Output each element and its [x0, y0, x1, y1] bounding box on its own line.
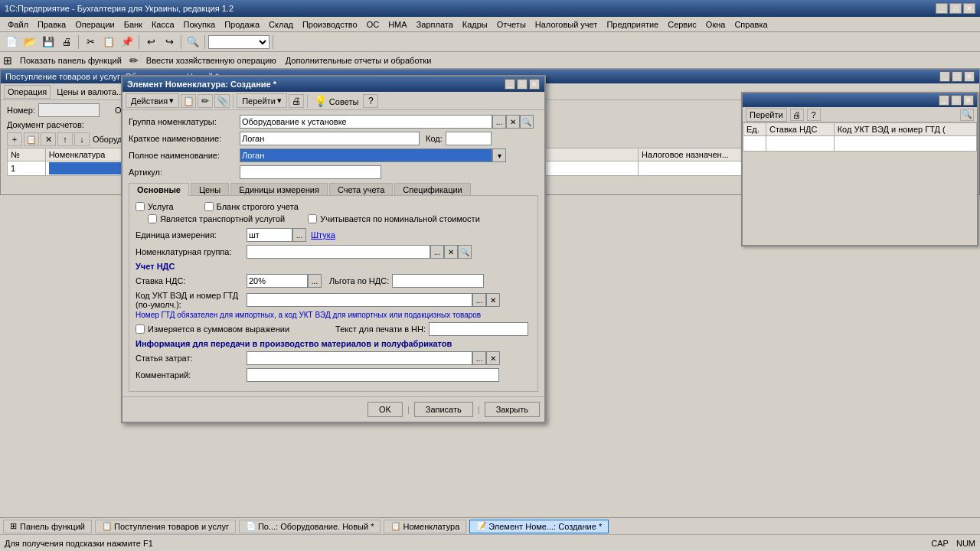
menu-help[interactable]: Справка	[730, 18, 772, 31]
dialog-maximize[interactable]: □	[517, 79, 528, 90]
full-name-dropdown[interactable]: ▾	[492, 148, 506, 162]
oborud-taskbar-btn[interactable]: 📄 По...: Оборудование. Новый *	[239, 520, 381, 533]
vat-benefit-input[interactable]	[392, 274, 484, 288]
tab-basic[interactable]: Основные	[129, 183, 189, 196]
new-btn[interactable]: 📄	[3, 34, 20, 50]
maximize-btn[interactable]: □	[949, 3, 962, 14]
dialog-copy-icon[interactable]: 📋	[181, 94, 196, 108]
bg-del-row[interactable]: ✕	[41, 132, 56, 146]
short-name-input[interactable]	[240, 132, 420, 145]
blank-checkbox[interactable]	[204, 202, 214, 211]
bg-copy-row[interactable]: 📋	[24, 132, 39, 146]
menu-nma[interactable]: НМА	[384, 18, 411, 31]
show-panel-btn[interactable]: Показать панель функций	[15, 54, 126, 67]
menu-enterprise[interactable]: Предприятие	[602, 18, 663, 31]
menu-operations[interactable]: Операции	[70, 18, 119, 31]
transport-checkbox[interactable]	[148, 214, 157, 223]
menu-purchase[interactable]: Покупка	[179, 18, 220, 31]
menu-edit[interactable]: Правка	[33, 18, 70, 31]
nom-group-clear-btn[interactable]: ✕	[506, 115, 520, 129]
bg-form-minimize[interactable]: _	[939, 71, 950, 82]
menu-sale[interactable]: Продажа	[220, 18, 264, 31]
redo-btn[interactable]: ↪	[161, 34, 178, 50]
nom-group2-input[interactable]	[247, 245, 430, 259]
save-toolbar-btn[interactable]: 💾	[40, 34, 57, 50]
panel-taskbar-btn[interactable]: ⊞ Панель функций	[3, 520, 92, 533]
sub-max[interactable]: □	[951, 95, 962, 106]
search-btn[interactable]: 🔍	[185, 34, 201, 50]
menu-hr[interactable]: Кадры	[458, 18, 492, 31]
dialog-goto-btn[interactable]: Перейти ▾	[237, 93, 287, 108]
menu-windows[interactable]: Окна	[701, 18, 730, 31]
reports-btn[interactable]: Дополнительные отчеты и обработки	[281, 54, 436, 67]
bg-number-input[interactable]	[38, 103, 100, 117]
menu-production[interactable]: Производство	[298, 18, 362, 31]
nominal-checkbox[interactable]	[308, 214, 317, 223]
undo-btn[interactable]: ↩	[142, 34, 159, 50]
bg-up-row[interactable]: ↑	[57, 132, 73, 146]
open-btn[interactable]: 📂	[21, 34, 38, 50]
menu-os[interactable]: ОС	[362, 18, 384, 31]
bg-form-title-btns[interactable]: _ □ ✕	[939, 71, 975, 82]
nom-group-input[interactable]	[240, 115, 492, 129]
enter-op-btn[interactable]: Ввести хозяйственную операцию	[142, 54, 281, 67]
dialog-save-btn[interactable]: Записать	[414, 402, 473, 417]
cut-btn[interactable]: ✂	[82, 34, 99, 50]
nom-group-search-btn[interactable]: 🔍	[520, 115, 534, 129]
dialog-ok-btn[interactable]: OK	[368, 402, 403, 417]
dialog-minimize[interactable]: _	[505, 79, 515, 90]
close-btn[interactable]: ✕	[963, 3, 975, 14]
dialog-title-btns[interactable]: _ □ ✕	[505, 79, 540, 90]
menu-tax[interactable]: Налоговый учет	[531, 18, 603, 31]
element-taskbar-btn[interactable]: 📝 Элемент Номе...: Создание *	[469, 520, 609, 533]
sub-print-icon[interactable]: 🖨	[790, 109, 804, 121]
tab-units[interactable]: Единицы измерения	[230, 183, 328, 196]
dialog-close-btn[interactable]: Закрыть	[485, 402, 540, 417]
sub-min[interactable]: _	[939, 95, 949, 106]
sub-help-icon[interactable]: ?	[807, 109, 821, 121]
nom-group2-search[interactable]: 🔍	[458, 245, 472, 259]
minimize-btn[interactable]: _	[936, 3, 948, 14]
comment-input[interactable]	[247, 368, 499, 382]
print-toolbar-btn[interactable]: 🖨	[58, 34, 75, 50]
sub-window-btns[interactable]: _ □ ✕	[939, 95, 974, 106]
cost-input[interactable]	[247, 351, 472, 365]
dialog-actions-btn[interactable]: Действия ▾	[126, 93, 179, 108]
service-checkbox[interactable]	[136, 202, 145, 211]
dialog-close[interactable]: ✕	[529, 79, 540, 90]
bg-form-close[interactable]: ✕	[964, 71, 975, 82]
ukt-input[interactable]	[247, 293, 472, 307]
sub-search-icon[interactable]: 🔍	[960, 109, 974, 121]
bg-add-row[interactable]: +	[7, 132, 22, 146]
menu-service[interactable]: Сервис	[663, 18, 701, 31]
cost-dots[interactable]: ...	[472, 351, 486, 365]
menu-warehouse[interactable]: Склад	[264, 18, 298, 31]
period-combo[interactable]	[208, 35, 270, 49]
menu-kassa[interactable]: Касса	[147, 18, 179, 31]
ukt-clear[interactable]: ✕	[486, 293, 500, 307]
posting-taskbar-btn[interactable]: 📋 Поступления товаров и услуг	[95, 520, 236, 533]
unit-dots-btn[interactable]: ...	[292, 228, 306, 242]
print-text-input[interactable]	[429, 322, 528, 336]
dialog-tips-btn[interactable]: 💡 Советы	[311, 93, 362, 109]
vat-rate-input[interactable]	[247, 274, 308, 288]
full-name-input[interactable]: Логан	[240, 148, 492, 162]
bg-down-row[interactable]: ↓	[74, 132, 90, 146]
cost-clear[interactable]: ✕	[486, 351, 500, 365]
paste-btn[interactable]: 📌	[119, 34, 136, 50]
menu-bank[interactable]: Банк	[119, 18, 147, 31]
menu-salary[interactable]: Зарплата	[412, 18, 458, 31]
tab-prices[interactable]: Цены	[191, 183, 229, 196]
nomenclature-taskbar-btn[interactable]: 📋 Номенклатура	[384, 520, 466, 533]
nom-group2-clear[interactable]: ✕	[444, 245, 458, 259]
unit-input[interactable]	[247, 228, 292, 242]
article-input[interactable]	[240, 165, 381, 179]
dialog-help-icon[interactable]: ?	[363, 94, 378, 108]
sum-checkbox[interactable]	[136, 324, 145, 334]
title-bar-buttons[interactable]: _ □ ✕	[936, 3, 975, 14]
code-input[interactable]	[446, 132, 492, 145]
unit-link[interactable]: Штука	[311, 230, 335, 240]
nom-group2-dots[interactable]: ...	[430, 245, 444, 259]
dialog-print-icon[interactable]: 🖨	[289, 94, 304, 108]
vat-rate-dots[interactable]: ...	[308, 274, 322, 288]
